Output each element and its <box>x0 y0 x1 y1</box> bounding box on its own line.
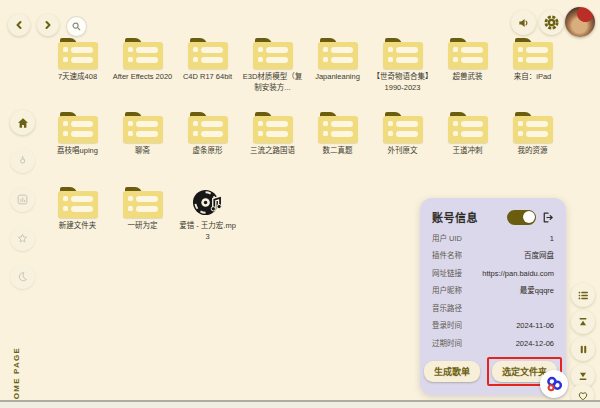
folder-icon <box>122 187 164 218</box>
folder-item[interactable]: 王道冲刺 <box>435 112 500 157</box>
folder-label: 【世奇物语合集】1990-2023 <box>373 72 433 94</box>
field-label: 用户昵称 <box>432 284 462 295</box>
folder-label: 一研为定 <box>128 221 158 232</box>
field-row: 音乐路径 <box>432 302 554 313</box>
settings-button[interactable] <box>539 10 564 35</box>
folder-item[interactable]: 三流之路国语 <box>240 112 305 157</box>
folder-row-2: 荔枝唱uping 聊斋 虚条原形 三流之路国语 数二真题 外刊原文 王道冲刺 <box>45 112 565 157</box>
folder-label: E3D材质模型（复制安装方... <box>243 72 303 94</box>
field-label: 音乐路径 <box>432 302 462 313</box>
folder-item[interactable]: 数二真题 <box>305 112 370 157</box>
chevron-right-icon <box>42 19 54 31</box>
star-icon <box>16 232 29 245</box>
folder-label: After Effects 2020 <box>113 72 172 83</box>
app-window: HOME PAGE 7天速成408 After Effects 2020 C4D… <box>0 0 600 408</box>
folder-item[interactable]: Japanleaning <box>305 38 370 94</box>
field-label: 网址链接 <box>432 267 462 278</box>
folder-icon <box>317 38 359 69</box>
music-file-label: 爱错 - 王力宏.mp3 <box>178 221 238 243</box>
generate-playlist-button[interactable]: 生成歌单 <box>424 361 480 382</box>
folder-icon <box>57 112 99 143</box>
folder-item[interactable]: After Effects 2020 <box>110 38 175 94</box>
folder-item[interactable]: 我的资源 <box>500 112 565 157</box>
search-button[interactable] <box>66 16 87 37</box>
home-page-label: HOME PAGE <box>12 347 21 406</box>
sidebar-item-home[interactable] <box>10 110 35 135</box>
folder-item[interactable]: 超兽武装 <box>435 38 500 94</box>
folder-icon <box>187 112 229 143</box>
moon-icon <box>16 270 29 283</box>
folder-icon <box>512 38 554 69</box>
field-row: 登录时间2024-11-06 <box>432 319 554 330</box>
sidebar-item-night-mode[interactable] <box>10 264 35 289</box>
folder-label: Japanleaning <box>315 72 360 83</box>
account-info-panel: 账号信息 用户 UID1 插件名称百度网盘 网址链接https://pan.ba… <box>420 198 566 395</box>
playlist-icon <box>577 289 590 302</box>
folder-label: 外刊原文 <box>388 146 418 157</box>
pause-icon <box>578 344 589 355</box>
folder-icon <box>382 112 424 143</box>
playlist-button[interactable] <box>571 283 595 307</box>
folder-item[interactable]: E3D材质模型（复制安装方... <box>240 38 305 94</box>
pause-button[interactable] <box>571 337 595 361</box>
music-disc-icon <box>192 187 223 218</box>
folder-item[interactable]: C4D R17 64bit <box>175 38 240 94</box>
folder-item[interactable]: 7天速成408 <box>45 38 110 94</box>
window-bottom-edge <box>0 400 600 408</box>
logout-icon[interactable] <box>541 211 554 224</box>
sidebar-item-hot[interactable] <box>10 148 35 173</box>
gear-icon <box>544 15 559 30</box>
field-value: 最爱qqqre <box>520 284 554 295</box>
account-toggle[interactable] <box>507 210 536 225</box>
folder-icon <box>122 112 164 143</box>
speaker-icon <box>517 16 531 30</box>
folder-label: 7天速成408 <box>58 72 97 83</box>
field-row: 用户 UID1 <box>432 232 554 243</box>
folder-label: 三流之路国语 <box>250 146 295 157</box>
folder-label: 荔枝唱uping <box>57 146 98 157</box>
field-value: https://pan.baidu.com <box>482 269 554 278</box>
folder-icon <box>187 38 229 69</box>
folder-label: 超兽武装 <box>453 72 483 83</box>
skip-to-top-button[interactable] <box>571 310 595 334</box>
chevron-left-icon <box>13 19 25 31</box>
skip-to-bottom-icon <box>577 370 589 382</box>
volume-button[interactable] <box>511 10 536 35</box>
folder-label: 王道冲刺 <box>453 146 483 157</box>
folder-icon <box>382 38 424 69</box>
field-label: 插件名称 <box>432 249 462 260</box>
sidebar-item-favorites[interactable] <box>10 226 35 251</box>
folder-label: C4D R17 64bit <box>183 72 232 83</box>
folder-item[interactable]: 新建文件夹 <box>45 187 110 243</box>
toggle-knob <box>523 211 535 223</box>
back-button[interactable] <box>8 14 30 36</box>
folder-icon <box>57 187 99 218</box>
field-value: 1 <box>550 234 554 243</box>
baidu-netdisk-button[interactable] <box>540 370 568 398</box>
folder-icon <box>252 38 294 69</box>
folder-label: 来自：iPad <box>514 72 552 83</box>
folder-item[interactable]: 聊斋 <box>110 112 175 157</box>
folder-item[interactable]: 一研为定 <box>110 187 175 243</box>
folder-item[interactable]: 外刊原文 <box>370 112 435 157</box>
skip-to-top-icon <box>577 316 589 328</box>
user-avatar[interactable] <box>565 7 595 37</box>
folder-item[interactable]: 荔枝唱uping <box>45 112 110 157</box>
folder-label: 聊斋 <box>135 146 150 157</box>
folder-icon <box>447 38 489 69</box>
field-value: 2024-11-06 <box>516 321 554 330</box>
music-file-item[interactable]: 爱错 - 王力宏.mp3 <box>175 187 240 243</box>
field-value: 百度网盘 <box>524 249 554 260</box>
folder-label: 新建文件夹 <box>59 221 97 232</box>
folder-item[interactable]: 来自：iPad <box>500 38 565 94</box>
forward-button[interactable] <box>37 14 59 36</box>
sidebar-item-stats[interactable] <box>10 187 35 212</box>
folder-item[interactable]: 【世奇物语合集】1990-2023 <box>370 38 435 94</box>
panel-title: 账号信息 <box>432 209 478 225</box>
folder-icon <box>447 112 489 143</box>
folder-label: 虚条原形 <box>193 146 223 157</box>
field-label: 用户 UID <box>432 232 462 243</box>
folder-item[interactable]: 虚条原形 <box>175 112 240 157</box>
folder-label: 数二真题 <box>323 146 353 157</box>
folder-label: 我的资源 <box>518 146 548 157</box>
